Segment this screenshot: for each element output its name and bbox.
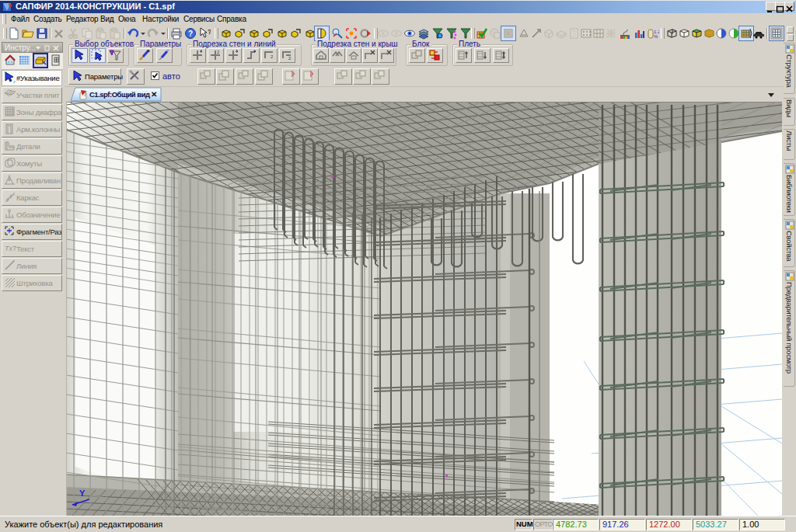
svg-text:Y: Y [79,489,86,498]
svg-text:2: 2 [217,50,220,54]
svg-text:TxT: TxT [5,245,16,252]
svg-text:C1.spf:Общий вид: C1.spf:Общий вид [89,90,150,99]
svg-text:?: ? [208,28,211,36]
svg-text:2: 2 [288,56,292,61]
svg-text:%: % [654,34,658,39]
svg-text:?: ? [188,30,193,38]
svg-text:✕: ✕ [151,90,157,99]
svg-text:2: 2 [271,54,274,59]
